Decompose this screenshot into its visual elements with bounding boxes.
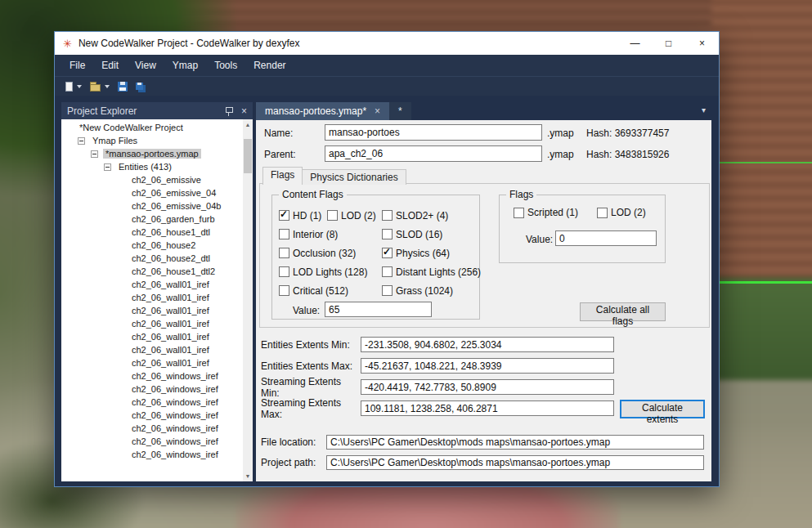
menu-item[interactable]: File [61, 55, 93, 76]
document-tab[interactable]: mansao-portoes.ymap* × [256, 102, 389, 120]
scrollbar-up-icon[interactable]: ▲ [243, 119, 253, 130]
flags-value-input[interactable] [555, 230, 657, 246]
extent-input[interactable] [361, 400, 614, 416]
toolbar-button[interactable] [114, 80, 132, 93]
tree-expander-icon[interactable] [78, 137, 85, 145]
flag-checkbox[interactable]: Distant Lights (256) [382, 266, 481, 278]
document-tabstrip: mansao-portoes.ymap* × * × [256, 102, 711, 120]
panel-close-icon[interactable]: × [241, 105, 247, 117]
dropdown-caret-icon[interactable] [77, 85, 82, 88]
checkbox-icon[interactable] [279, 248, 289, 258]
extent-input[interactable] [361, 358, 614, 374]
tree-item[interactable]: ch2_06_wall01_iref [61, 304, 243, 317]
tree-expander-icon[interactable] [104, 163, 111, 171]
flag-checkbox[interactable]: SLOD (16) [382, 229, 481, 240]
tree-item[interactable]: ch2_06_windows_iref [61, 383, 243, 396]
toolbar-button[interactable] [86, 80, 114, 93]
extent-input[interactable] [361, 337, 614, 352]
maximize-button[interactable]: □ [652, 32, 685, 55]
close-button[interactable]: × [685, 32, 719, 55]
extent-input[interactable] [361, 379, 614, 395]
flag-checkbox[interactable]: Grass (1024) [382, 285, 481, 297]
tree-item[interactable]: ch2_06_house1_dtl2 [61, 265, 243, 278]
tab-close-icon[interactable]: × [375, 105, 380, 117]
checkbox-icon[interactable] [382, 229, 393, 239]
tree-item[interactable]: *New CodeWalker Project [61, 121, 243, 134]
tree-item[interactable]: ch2_06_windows_iref [61, 396, 243, 409]
parent-input[interactable] [325, 145, 542, 162]
flag-checkbox[interactable]: HD (1) [279, 210, 327, 221]
tree-item[interactable]: ch2_06_windows_iref [61, 435, 243, 448]
checkbox-icon[interactable] [382, 210, 393, 221]
menu-item[interactable]: Ymap [164, 55, 206, 76]
inner-tab[interactable]: Physics Dictionaries [302, 169, 406, 185]
calculate-all-flags-button[interactable]: Calculate all flags [580, 302, 666, 321]
checkbox-icon[interactable] [279, 210, 289, 221]
tab-list-dropdown-icon[interactable]: ▾ [702, 105, 711, 114]
checkbox-icon[interactable] [514, 208, 524, 218]
flag-checkbox[interactable]: Interior (8) [279, 229, 327, 240]
tree-scrollbar[interactable]: ▲ ▼ [243, 119, 253, 481]
open-folder-icon [90, 84, 101, 92]
name-input[interactable] [325, 124, 542, 141]
tree-item[interactable]: ch2_06_house1_dtl [61, 226, 243, 239]
tree-item[interactable]: ch2_06_windows_iref [61, 422, 243, 435]
checkbox-icon[interactable] [279, 266, 289, 277]
checkbox-icon[interactable] [382, 266, 393, 277]
document-tab[interactable]: * × [389, 102, 411, 120]
content-flags-value-input[interactable] [325, 302, 432, 317]
tree-item[interactable]: ch2_06_house2 [61, 239, 243, 252]
checkbox-icon[interactable] [279, 285, 289, 296]
tree-item[interactable]: ch2_06_wall01_iref [61, 356, 243, 369]
tree-item[interactable]: ch2_06_wall01_iref [61, 291, 243, 304]
toolbar-button[interactable] [61, 80, 86, 93]
tree-item[interactable]: Ymap Files [61, 134, 243, 147]
tree-item[interactable]: ch2_06_windows_iref [61, 369, 243, 383]
brick-wall-right [711, 0, 812, 286]
tree-item[interactable]: ch2_06_emissive_04 [61, 186, 243, 199]
menu-item[interactable]: Tools [206, 55, 245, 76]
tree-item[interactable]: ch2_06_wall01_iref [61, 278, 243, 291]
project-path-label: Project path: [261, 457, 326, 468]
tree-item[interactable]: ch2_06_wall01_iref [61, 317, 243, 330]
tree-item[interactable]: ch2_06_windows_iref [61, 409, 243, 422]
tree-item-label: ch2_06_windows_iref [129, 450, 221, 459]
flag-checkbox[interactable]: LOD (2) [597, 207, 646, 218]
project-explorer-header: Project Explorer × [61, 102, 253, 119]
menu-item[interactable]: View [127, 55, 164, 76]
tree-item[interactable]: *mansao-portoes.ymap [61, 147, 243, 160]
flag-checkbox[interactable]: Critical (512) [279, 285, 327, 297]
tree-item[interactable]: Entities (413) [61, 160, 243, 173]
project-path-input[interactable] [326, 455, 704, 470]
calculate-extents-button[interactable]: Calculate extents [620, 400, 705, 418]
flag-checkbox[interactable]: LOD (2) [327, 210, 382, 221]
flag-checkbox[interactable]: Scripted (1) [514, 207, 578, 218]
tree-item[interactable]: ch2_06_emissive [61, 173, 243, 186]
checkbox-icon[interactable] [327, 210, 338, 221]
flag-checkbox[interactable]: SLOD2+ (4) [382, 210, 481, 221]
scrollbar-down-icon[interactable]: ▼ [243, 471, 253, 481]
checkbox-icon[interactable] [597, 208, 608, 218]
checkbox-icon[interactable] [382, 248, 393, 258]
tree-item[interactable]: ch2_06_wall01_iref [61, 343, 243, 356]
checkbox-icon[interactable] [279, 229, 289, 239]
toolbar-button[interactable] [132, 81, 150, 92]
tree-item[interactable]: ch2_06_garden_furb [61, 213, 243, 226]
scrollbar-thumb[interactable] [244, 139, 252, 173]
inner-tab[interactable]: Flags [262, 167, 303, 185]
menu-item[interactable]: Render [245, 55, 294, 76]
flag-checkbox[interactable]: Occlusion (32) [279, 248, 327, 259]
tree-item[interactable]: ch2_06_windows_iref [61, 448, 243, 461]
dropdown-caret-icon[interactable] [105, 85, 110, 88]
tree-item[interactable]: ch2_06_wall01_iref [61, 330, 243, 343]
file-location-input[interactable] [326, 435, 704, 450]
flag-checkbox[interactable]: Physics (64) [382, 248, 481, 259]
tree-item[interactable]: ch2_06_emissive_04b [61, 199, 243, 213]
checkbox-icon[interactable] [382, 285, 393, 296]
pin-icon[interactable] [224, 106, 234, 116]
tree-expander-icon[interactable] [91, 150, 98, 158]
menu-item[interactable]: Edit [93, 55, 127, 76]
flag-checkbox[interactable]: LOD Lights (128) [279, 266, 327, 278]
minimize-button[interactable]: — [618, 32, 652, 55]
tree-item[interactable]: ch2_06_house2_dtl [61, 252, 243, 265]
